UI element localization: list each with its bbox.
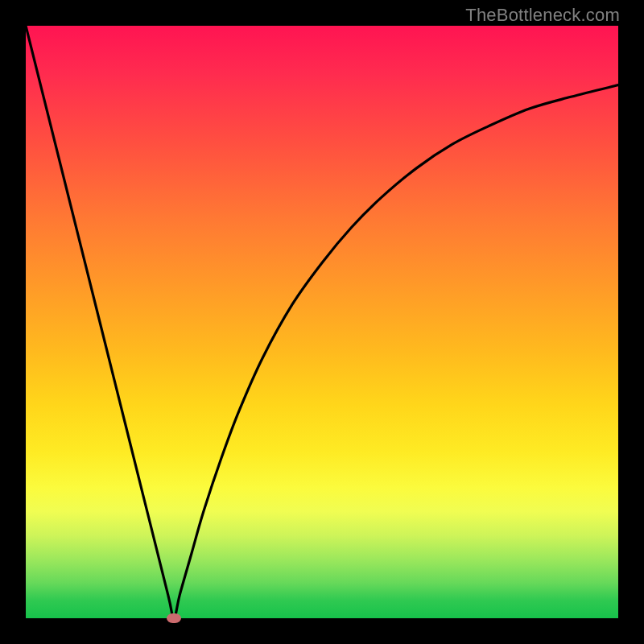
watermark-text: TheBottleneck.com <box>465 5 620 26</box>
bottleneck-curve <box>26 26 618 618</box>
plot-area <box>26 26 618 618</box>
chart-frame: TheBottleneck.com <box>0 0 644 644</box>
minimum-marker <box>167 613 181 623</box>
